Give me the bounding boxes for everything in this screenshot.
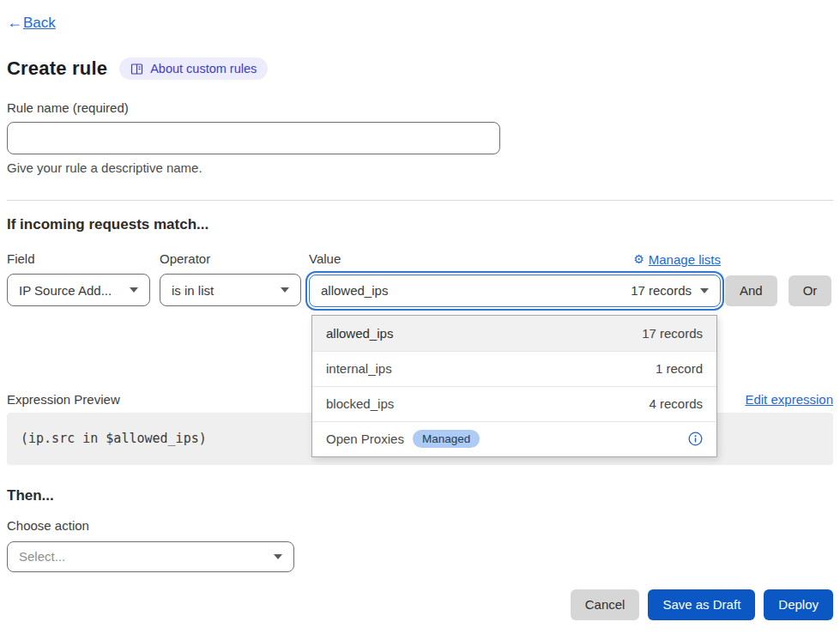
list-option-name: internal_ips <box>326 361 392 376</box>
chevron-down-icon <box>700 288 709 293</box>
manage-lists-label: Manage lists <box>649 252 721 267</box>
list-option-allowed-ips[interactable]: allowed_ips 17 records <box>312 316 716 351</box>
field-label: Field <box>7 251 150 266</box>
section-divider <box>7 200 833 201</box>
footer-actions: Cancel Save as Draft Deploy <box>7 589 833 620</box>
operator-label: Operator <box>160 251 301 266</box>
match-section-heading: If incoming requests match... <box>7 216 833 233</box>
list-option-record-count: 17 records <box>642 326 703 341</box>
chevron-down-icon <box>274 554 282 559</box>
rule-name-helper: Give your rule a descriptive name. <box>7 160 833 175</box>
expression-preview-label: Expression Preview <box>7 392 120 407</box>
field-select[interactable]: IP Source Add... <box>7 274 150 306</box>
list-option-record-count: 1 record <box>656 361 703 376</box>
gear-icon: ⚙ <box>633 252 644 266</box>
about-custom-rules-label: About custom rules <box>150 62 257 75</box>
value-select[interactable]: allowed_ips 17 records <box>309 275 721 307</box>
operator-column: Operator is in list <box>160 251 301 307</box>
list-option-blocked-ips[interactable]: blocked_ips 4 records <box>312 386 716 421</box>
managed-badge: Managed <box>413 430 480 448</box>
info-icon[interactable] <box>688 432 703 446</box>
field-column: Field IP Source Add... <box>7 251 150 307</box>
list-option-name: allowed_ips <box>326 326 393 341</box>
value-select-value: allowed_ips <box>321 283 388 298</box>
chevron-down-icon <box>281 287 289 293</box>
field-select-value: IP Source Add... <box>19 283 112 298</box>
value-header: Value ⚙ Manage lists <box>309 251 721 267</box>
list-option-record-count: 4 records <box>649 396 703 411</box>
list-dropdown: allowed_ips 17 records internal_ips 1 re… <box>311 315 717 457</box>
title-row: Create rule About custom rules <box>7 57 833 80</box>
list-option-open-proxies[interactable]: Open Proxies Managed <box>312 421 716 456</box>
page-title: Create rule <box>7 57 107 80</box>
back-link[interactable]: ←Back <box>7 14 56 32</box>
back-arrow-icon: ← <box>7 14 22 32</box>
operator-select[interactable]: is in list <box>160 274 301 306</box>
then-section-heading: Then... <box>7 487 833 504</box>
cancel-button[interactable]: Cancel <box>571 589 640 620</box>
and-button[interactable]: And <box>725 275 777 306</box>
value-select-record-count: 17 records <box>631 283 692 298</box>
value-column: Value ⚙ Manage lists allowed_ips 17 reco… <box>309 251 721 307</box>
chevron-down-icon <box>130 287 138 293</box>
or-button[interactable]: Or <box>789 275 832 306</box>
create-rule-page: ←Back Create rule About custom rules Rul… <box>0 0 840 620</box>
choose-action-label: Choose action <box>7 518 833 533</box>
list-option-name: blocked_ips <box>326 396 394 411</box>
operator-select-value: is in list <box>172 283 214 298</box>
expression-code: (ip.src in $allowed_ips) <box>21 431 207 446</box>
deploy-button[interactable]: Deploy <box>764 589 833 620</box>
action-select-placeholder: Select... <box>19 549 65 564</box>
book-icon <box>130 63 143 75</box>
action-select[interactable]: Select... <box>7 541 294 572</box>
edit-expression-label: Edit expression <box>745 392 833 407</box>
list-option-internal-ips[interactable]: internal_ips 1 record <box>312 351 716 386</box>
save-as-draft-button[interactable]: Save as Draft <box>648 589 755 620</box>
value-label: Value <box>309 251 341 266</box>
list-option-name: Open Proxies <box>326 432 404 446</box>
edit-expression-link[interactable]: Edit expression <box>745 392 833 407</box>
about-custom-rules-link[interactable]: About custom rules <box>119 57 268 80</box>
rule-name-input[interactable] <box>7 122 500 154</box>
manage-lists-link[interactable]: ⚙ Manage lists <box>633 252 721 267</box>
back-link-label: Back <box>23 15 56 32</box>
match-condition-row: Field IP Source Add... Operator is in li… <box>7 251 833 307</box>
rule-name-label: Rule name (required) <box>7 100 833 115</box>
